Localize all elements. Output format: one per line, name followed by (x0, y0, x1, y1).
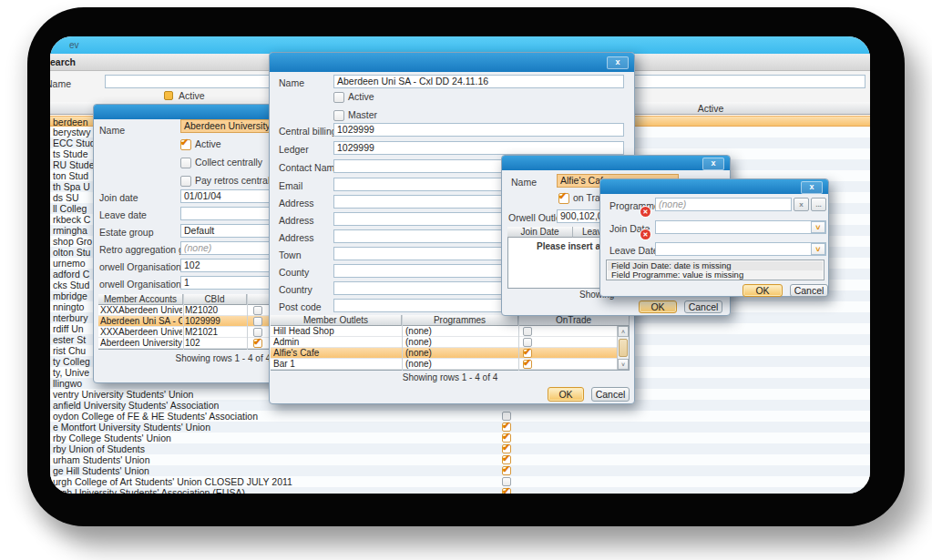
ok-button[interactable]: OK (743, 284, 783, 297)
join-date-combo[interactable] (655, 220, 826, 234)
outlet-name-cell: Alfie's Cafe (273, 348, 399, 359)
table-scrollbar[interactable]: ˄ ˅ (617, 326, 629, 370)
org-name-cell: urgh University Students' Association (E… (53, 487, 245, 494)
org-name-cell: cks Stud (53, 280, 89, 290)
programmes-cell: (none) (405, 348, 515, 359)
org-table-row[interactable]: urgh University Students' Association (E… (50, 487, 870, 494)
org-name-cell: ventry University Students' Union (53, 389, 193, 400)
org-name-cell: urgh College of Art Students' Union CLOS… (53, 476, 292, 487)
account-name-cell: Aberdeen University Stude.. (100, 338, 182, 349)
collect-centrally-label: Collect centrally (195, 157, 262, 168)
account-name-input[interactable]: Aberdeen Uni SA - Cxl DD 24.11.16 (333, 75, 624, 88)
clear-icon[interactable]: x (794, 198, 809, 211)
scrollbar-thumb[interactable] (619, 339, 628, 357)
org-name-cell: ester St (53, 334, 86, 345)
org-name-cell: rkbeck C (53, 214, 90, 225)
column-header[interactable]: Member Outlets (271, 315, 402, 326)
ledger-input[interactable]: 1029999 (333, 141, 624, 155)
column-divider (402, 315, 403, 371)
ontrade-checkbox[interactable] (523, 327, 532, 336)
column-header[interactable]: CBId (183, 294, 247, 305)
org-name-cell: anfield University Students' Association (53, 400, 219, 411)
scroll-down-icon[interactable]: ˅ (618, 359, 629, 370)
field-label: Contact Name (279, 162, 340, 173)
programmes-cell: (none) (405, 326, 515, 337)
close-icon[interactable]: x (801, 181, 823, 194)
org-name-cell: nningto (53, 301, 84, 312)
outlet-row[interactable]: Alfie's Cafe(none) (271, 348, 617, 359)
org-name-cell: rist Chu (53, 345, 86, 356)
programme-label: Programme (609, 200, 660, 211)
column-header[interactable]: Programmes (402, 315, 518, 326)
org-name-cell: olton Stu (53, 247, 90, 258)
account-name-cell: XXXAberdeen University (100, 305, 182, 316)
device-frame: ev Search Name Active Active berdeenbery… (27, 7, 905, 526)
master-checkbox[interactable] (333, 110, 344, 121)
org-name-cell: rdiff Un (53, 323, 84, 334)
column-divider (183, 294, 184, 350)
field-label: Email (279, 180, 302, 191)
org-name-cell: llingwo (53, 378, 82, 389)
search-name-label: Name (50, 78, 71, 89)
pay-retros-checkbox[interactable] (180, 176, 191, 187)
orwell-org-id-label: orwell Organisation Id (99, 261, 192, 272)
outlet-name-cell: Hill Head Shop (273, 326, 399, 337)
active-checkbox[interactable] (180, 139, 191, 150)
scroll-up-icon[interactable]: ˄ (618, 326, 629, 337)
org-table-row[interactable]: rby College Students' Union (50, 433, 870, 443)
programme-titlebar[interactable]: x (600, 179, 828, 194)
org-name-cell: ton Stud (53, 170, 88, 181)
ok-button[interactable]: OK (639, 300, 677, 313)
org-name-cell: oydon College of FE & HE Students' Assoc… (53, 411, 258, 422)
org-table-row[interactable]: oydon College of FE & HE Students' Assoc… (50, 411, 870, 422)
collect-centrally-checkbox[interactable] (180, 158, 191, 168)
rows-count-footer: Showing rows 1 - 4 of 4 (271, 372, 630, 382)
master-checkbox[interactable] (253, 317, 262, 326)
column-divider (518, 315, 519, 371)
org-table-row[interactable]: rby Union of Students (50, 443, 870, 454)
org-table-row[interactable]: urham Students' Union (50, 454, 870, 465)
central-billing-id-input[interactable]: 1029999 (333, 123, 624, 137)
org-name-cell: rby Union of Students (53, 443, 145, 454)
org-name-cell: ll Colleg (53, 203, 87, 214)
name-label: Name (511, 177, 537, 188)
cancel-button[interactable]: Cancel (684, 300, 722, 313)
cbid-cell: 102 (185, 338, 245, 349)
ontrade-checkbox[interactable] (523, 360, 532, 369)
master-checkbox[interactable] (253, 306, 262, 315)
outlet-row[interactable]: Bar 1(none) (271, 359, 617, 370)
validation-error-list: Field Join Date: date is missingField Pr… (606, 260, 824, 280)
column-header[interactable]: OnTrade (518, 315, 630, 326)
join-date-column-header[interactable]: Join Date (507, 227, 573, 238)
master-checkbox[interactable] (253, 339, 262, 348)
leave-date-combo[interactable] (655, 242, 826, 256)
outlet-row[interactable]: Hill Head Shop(none) (271, 326, 617, 337)
cbid-cell: 1029999 (185, 316, 245, 327)
search-active-checkbox[interactable] (164, 91, 173, 100)
on-trade-checkbox[interactable] (558, 193, 569, 204)
outlet-titlebar[interactable]: x (502, 156, 730, 170)
chevron-down-icon[interactable]: ˅ (811, 221, 825, 233)
estate-group-label: Estate group (99, 227, 154, 238)
join-date-label: Join date (99, 192, 138, 203)
chevron-down-icon[interactable]: ˅ (811, 243, 825, 255)
programme-input[interactable]: (none) (655, 198, 792, 211)
member-account-titlebar[interactable]: x (270, 53, 634, 72)
org-table-row[interactable]: urgh College of Art Students' Union CLOS… (50, 476, 870, 487)
cancel-button[interactable]: Cancel (790, 284, 828, 297)
close-icon[interactable]: x (607, 56, 629, 69)
column-header[interactable]: Member Accounts (98, 294, 183, 305)
org-name-cell: nterbury (53, 312, 88, 323)
outlet-row[interactable]: Admin(none) (271, 337, 617, 348)
org-table-row[interactable]: ge Hill Students' Union (50, 465, 870, 476)
active-checkbox[interactable] (333, 92, 344, 103)
org-active-checkbox[interactable] (502, 466, 511, 475)
browse-ellipsis-icon[interactable]: ... (811, 198, 826, 211)
cancel-button[interactable]: Cancel (591, 387, 630, 402)
member-outlets-header: Member OutletsProgrammesOnTrade (271, 315, 630, 326)
ok-button[interactable]: OK (548, 387, 584, 402)
org-active-checkbox[interactable] (502, 488, 511, 494)
tab-label-fragment[interactable]: ev (69, 40, 79, 50)
close-icon[interactable]: x (702, 158, 724, 170)
org-table-row[interactable]: e Montfort University Students' Union (50, 422, 870, 433)
